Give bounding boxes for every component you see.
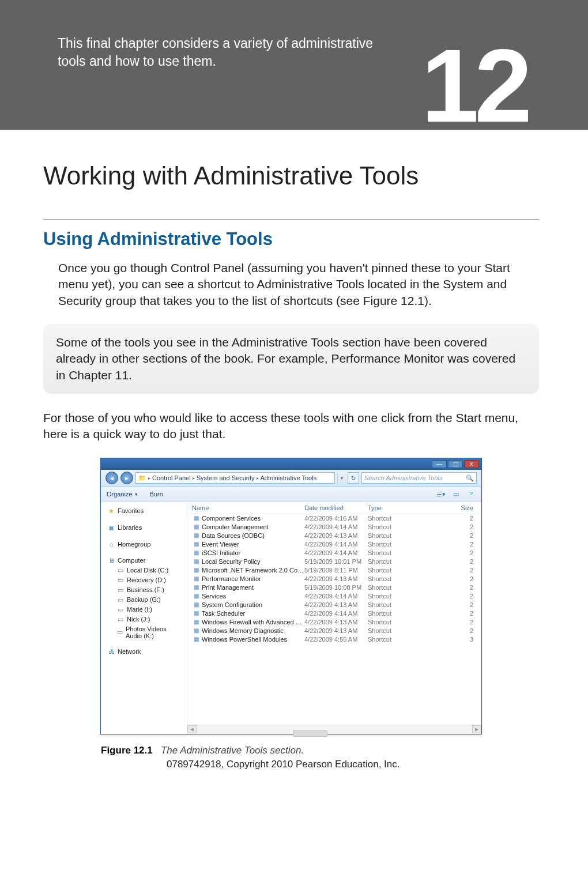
nav-back-button[interactable]: ◄ [105, 472, 118, 484]
list-item[interactable]: ▦System Configuration4/22/2009 4:13 AMSh… [187, 601, 481, 609]
nav-libraries[interactable]: ▣Libraries [101, 522, 187, 533]
column-type[interactable]: Type [368, 504, 414, 511]
column-headers[interactable]: Name Date modified Type Size [187, 502, 481, 514]
nav-drive-item[interactable]: ▭Business (F:) [101, 585, 187, 595]
breadcrumb[interactable]: 📁 ▸ Control Panel ▸ System and Security … [135, 472, 335, 484]
computer-icon: 🖥 [108, 557, 115, 564]
figure-description: The Administrative Tools section. [161, 745, 304, 756]
drive-icon: ▭ [117, 586, 124, 594]
view-menu[interactable]: ☰▾ [436, 489, 446, 499]
network-icon: 🖧 [108, 648, 115, 655]
nav-homegroup[interactable]: ⌂Homegroup [101, 539, 187, 549]
drive-icon: ▭ [117, 596, 124, 604]
maximize-button[interactable]: ▢ [448, 460, 463, 468]
chevron-right-icon: ▸ [257, 476, 259, 481]
list-item[interactable]: ▦Windows Firewall with Advanced Security… [187, 618, 481, 627]
column-name[interactable]: Name [192, 504, 304, 511]
star-icon: ★ [108, 507, 115, 515]
address-bar: ◄ ► 📁 ▸ Control Panel ▸ System and Secur… [101, 470, 481, 487]
chevron-right-icon: ▸ [148, 476, 150, 481]
nav-drive-item[interactable]: ▭Backup (G:) [101, 595, 187, 605]
drive-icon: ▭ [117, 567, 124, 574]
shortcut-icon: ▦ [192, 610, 200, 617]
nav-favorites[interactable]: ★Favorites [101, 506, 187, 517]
list-item[interactable]: ▦Computer Management4/22/2009 4:14 AMSho… [187, 523, 481, 532]
list-item[interactable]: ▦Windows Memory Diagnostic4/22/2009 4:13… [187, 627, 481, 635]
shortcut-icon: ▦ [192, 532, 200, 539]
shortcut-icon: ▦ [192, 523, 200, 530]
nav-drive-item[interactable]: ▭Nick (J:) [101, 615, 187, 624]
toolbar: Organize ▼ Burn ☰▾ ▭ ? [101, 487, 481, 502]
copyright-line: 0789742918, Copyright 2010 Pearson Educa… [167, 759, 539, 770]
scroll-left-icon[interactable]: ◄ [187, 725, 197, 733]
drive-icon: ▭ [117, 628, 123, 636]
shortcut-icon: ▦ [192, 567, 200, 574]
search-icon: 🔍 [466, 474, 474, 482]
chapter-banner: This final chapter considers a variety o… [0, 0, 588, 130]
list-item[interactable]: ▦Task Scheduler4/22/2009 4:14 AMShortcut… [187, 609, 481, 618]
chapter-number: 12 [421, 26, 527, 145]
list-item[interactable]: ▦Performance Monitor4/22/2009 4:13 AMSho… [187, 575, 481, 583]
folder-icon: 📁 [138, 474, 146, 482]
list-item[interactable]: ▦Windows PowerShell Modules4/22/2009 4:5… [187, 635, 481, 644]
horizontal-scrollbar[interactable]: ◄ ► [187, 725, 481, 734]
breadcrumb-item[interactable]: System and Security [197, 474, 255, 481]
shortcut-icon: ▦ [192, 575, 200, 582]
search-placeholder: Search Administrative Tools [364, 474, 443, 481]
nav-drive-item[interactable]: ▭Photos Videos Audio (K:) [101, 624, 187, 640]
explorer-window: — ▢ x ◄ ► 📁 ▸ Control Panel ▸ System and… [100, 458, 482, 734]
list-item[interactable]: ▦Print Management5/19/2009 10:00 PMShort… [187, 583, 481, 592]
navigation-pane: ★Favorites ▣Libraries ⌂Homegroup 🖥Comput… [101, 502, 187, 734]
shortcut-icon: ▦ [192, 593, 200, 600]
column-date[interactable]: Date modified [304, 504, 368, 511]
shortcut-icon: ▦ [192, 515, 200, 522]
shortcut-icon: ▦ [192, 636, 200, 643]
nav-computer[interactable]: 🖥Computer [101, 555, 187, 566]
help-button[interactable]: ? [466, 489, 476, 499]
list-item[interactable]: ▦Data Sources (ODBC)4/22/2009 4:13 AMSho… [187, 532, 481, 540]
search-input[interactable]: Search Administrative Tools 🔍 [361, 472, 477, 484]
organize-menu[interactable]: Organize ▼ [107, 491, 138, 498]
list-item[interactable]: ▦Event Viewer4/22/2009 4:14 AMShortcut2 [187, 540, 481, 549]
chevron-down-icon: ▼ [134, 492, 138, 496]
scroll-thumb[interactable] [293, 730, 327, 737]
shortcut-icon: ▦ [192, 619, 200, 626]
list-item[interactable]: ▦Local Security Policy5/19/2009 10:01 PM… [187, 557, 481, 566]
shortcut-icon: ▦ [192, 584, 200, 591]
breadcrumb-item[interactable]: Control Panel [152, 474, 191, 481]
paragraph: Once you go though Control Panel (assumi… [58, 260, 539, 309]
list-item[interactable]: ▦Services4/22/2009 4:14 AMShortcut2 [187, 592, 481, 601]
nav-drive-item[interactable]: ▭Recovery (D:) [101, 575, 187, 585]
shortcut-icon: ▦ [192, 558, 200, 565]
shortcut-icon: ▦ [192, 601, 200, 608]
breadcrumb-item[interactable]: Administrative Tools [261, 474, 317, 481]
figure-label: Figure 12.1 [101, 745, 153, 756]
drive-icon: ▭ [117, 577, 124, 584]
titlebar: — ▢ x [101, 458, 481, 470]
chevron-right-icon: ▸ [193, 476, 195, 481]
nav-forward-button[interactable]: ► [120, 472, 133, 484]
scroll-right-icon[interactable]: ► [472, 725, 481, 733]
close-button[interactable]: x [464, 460, 479, 468]
address-dropdown[interactable]: ▾ [337, 473, 345, 483]
minimize-button[interactable]: — [432, 460, 447, 468]
note-box: Some of the tools you see in the Adminis… [43, 324, 539, 394]
figure-caption: Figure 12.1 The Administrative Tools sec… [101, 745, 539, 756]
paragraph: For those of you who would like to acces… [43, 410, 539, 443]
list-item[interactable]: ▦iSCSI Initiator4/22/2009 4:14 AMShortcu… [187, 549, 481, 557]
burn-button[interactable]: Burn [150, 491, 163, 498]
list-item[interactable]: ▦Microsoft .NET Framework 2.0 Configurat… [187, 566, 481, 575]
shortcut-icon: ▦ [192, 541, 200, 548]
preview-pane-button[interactable]: ▭ [451, 489, 461, 499]
banner-text: This final chapter considers a variety o… [58, 35, 380, 70]
shortcut-icon: ▦ [192, 549, 200, 556]
nav-network[interactable]: 🖧Network [101, 646, 187, 657]
refresh-button[interactable]: ↻ [348, 472, 359, 484]
drive-icon: ▭ [117, 606, 124, 613]
list-item[interactable]: ▦Component Services4/22/2009 4:16 AMShor… [187, 514, 481, 523]
nav-drive-item[interactable]: ▭Marie (I:) [101, 605, 187, 615]
nav-drive-item[interactable]: ▭Local Disk (C:) [101, 566, 187, 575]
page-title: Working with Administrative Tools [43, 161, 539, 190]
shortcut-icon: ▦ [192, 627, 200, 634]
column-size[interactable]: Size [414, 504, 477, 511]
